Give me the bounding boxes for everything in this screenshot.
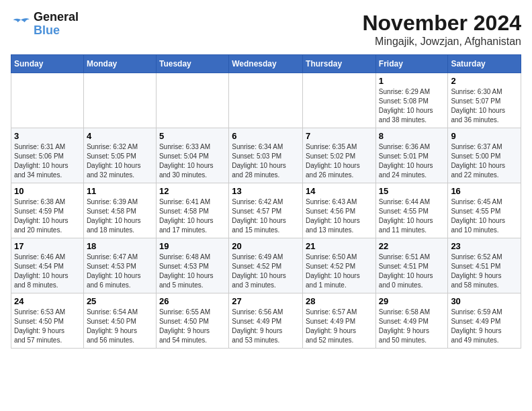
calendar-day-cell: 23Sunrise: 6:52 AM Sunset: 4:51 PM Dayli… [448, 238, 521, 293]
day-info: Sunrise: 6:45 AM Sunset: 4:55 PM Dayligh… [451, 197, 518, 235]
calendar-week-row: 24Sunrise: 6:53 AM Sunset: 4:50 PM Dayli… [11, 293, 521, 349]
logo-name: GeneralBlue [34, 11, 79, 38]
header-cell: Tuesday [156, 55, 228, 73]
day-info: Sunrise: 6:33 AM Sunset: 5:04 PM Dayligh… [159, 142, 226, 180]
header-cell: Saturday [448, 55, 521, 73]
calendar-day-cell: 11Sunrise: 6:39 AM Sunset: 4:58 PM Dayli… [83, 183, 156, 238]
calendar-body: 1Sunrise: 6:29 AM Sunset: 5:08 PM Daylig… [11, 73, 521, 349]
calendar-day-cell: 1Sunrise: 6:29 AM Sunset: 5:08 PM Daylig… [375, 73, 448, 128]
day-number: 20 [232, 241, 300, 251]
day-info: Sunrise: 6:47 AM Sunset: 4:53 PM Dayligh… [87, 253, 153, 290]
day-number: 11 [87, 186, 153, 196]
day-number: 29 [379, 296, 445, 306]
day-number: 15 [379, 186, 445, 196]
logo: GeneralBlue [11, 11, 79, 38]
header-cell: Wednesday [229, 55, 303, 73]
day-info: Sunrise: 6:29 AM Sunset: 5:08 PM Dayligh… [379, 87, 445, 125]
day-info: Sunrise: 6:54 AM Sunset: 4:50 PM Dayligh… [87, 308, 153, 345]
day-info: Sunrise: 6:57 AM Sunset: 4:49 PM Dayligh… [306, 308, 373, 345]
day-info: Sunrise: 6:56 AM Sunset: 4:49 PM Dayligh… [232, 308, 300, 345]
day-number: 25 [87, 296, 153, 306]
day-number: 27 [232, 296, 300, 306]
day-info: Sunrise: 6:39 AM Sunset: 4:58 PM Dayligh… [87, 197, 153, 235]
day-info: Sunrise: 6:58 AM Sunset: 4:49 PM Dayligh… [379, 308, 445, 345]
calendar-day-cell [229, 73, 303, 128]
day-number: 22 [379, 241, 445, 251]
calendar-day-cell: 7Sunrise: 6:35 AM Sunset: 5:02 PM Daylig… [303, 128, 376, 183]
day-info: Sunrise: 6:48 AM Sunset: 4:53 PM Dayligh… [159, 253, 226, 290]
day-number: 3 [14, 131, 81, 141]
day-number: 16 [451, 186, 518, 196]
day-number: 2 [451, 76, 518, 86]
calendar-week-row: 10Sunrise: 6:38 AM Sunset: 4:59 PM Dayli… [11, 183, 521, 238]
day-info: Sunrise: 6:32 AM Sunset: 5:05 PM Dayligh… [87, 142, 153, 180]
day-info: Sunrise: 6:30 AM Sunset: 5:07 PM Dayligh… [451, 87, 518, 125]
calendar-day-cell: 25Sunrise: 6:54 AM Sunset: 4:50 PM Dayli… [83, 293, 156, 349]
calendar-day-cell: 3Sunrise: 6:31 AM Sunset: 5:06 PM Daylig… [11, 128, 84, 183]
calendar-day-cell: 2Sunrise: 6:30 AM Sunset: 5:07 PM Daylig… [448, 73, 521, 128]
calendar-day-cell: 21Sunrise: 6:50 AM Sunset: 4:52 PM Dayli… [303, 238, 376, 293]
day-number: 7 [306, 131, 373, 141]
calendar-day-cell: 8Sunrise: 6:36 AM Sunset: 5:01 PM Daylig… [375, 128, 448, 183]
logo-icon [11, 17, 31, 31]
header-row: SundayMondayTuesdayWednesdayThursdayFrid… [11, 55, 521, 73]
day-number: 13 [232, 186, 300, 196]
day-info: Sunrise: 6:42 AM Sunset: 4:57 PM Dayligh… [232, 197, 300, 235]
day-number: 14 [306, 186, 373, 196]
day-number: 10 [14, 186, 81, 196]
day-number: 28 [306, 296, 373, 306]
calendar-day-cell: 15Sunrise: 6:44 AM Sunset: 4:55 PM Dayli… [375, 183, 448, 238]
header-cell: Monday [83, 55, 156, 73]
day-info: Sunrise: 6:31 AM Sunset: 5:06 PM Dayligh… [14, 142, 81, 180]
calendar-day-cell: 6Sunrise: 6:34 AM Sunset: 5:03 PM Daylig… [229, 128, 303, 183]
day-info: Sunrise: 6:38 AM Sunset: 4:59 PM Dayligh… [14, 197, 81, 235]
calendar-day-cell: 9Sunrise: 6:37 AM Sunset: 5:00 PM Daylig… [448, 128, 521, 183]
day-number: 8 [379, 131, 445, 141]
day-info: Sunrise: 6:35 AM Sunset: 5:02 PM Dayligh… [306, 142, 373, 180]
calendar-day-cell: 10Sunrise: 6:38 AM Sunset: 4:59 PM Dayli… [11, 183, 84, 238]
day-number: 17 [14, 241, 81, 251]
calendar-day-cell: 13Sunrise: 6:42 AM Sunset: 4:57 PM Dayli… [229, 183, 303, 238]
day-info: Sunrise: 6:52 AM Sunset: 4:51 PM Dayligh… [451, 253, 518, 290]
day-number: 30 [451, 296, 518, 306]
calendar-day-cell: 26Sunrise: 6:55 AM Sunset: 4:50 PM Dayli… [156, 293, 228, 349]
day-info: Sunrise: 6:50 AM Sunset: 4:52 PM Dayligh… [306, 253, 373, 290]
day-info: Sunrise: 6:46 AM Sunset: 4:54 PM Dayligh… [14, 253, 81, 290]
day-info: Sunrise: 6:49 AM Sunset: 4:52 PM Dayligh… [232, 253, 300, 290]
day-info: Sunrise: 6:37 AM Sunset: 5:00 PM Dayligh… [451, 142, 518, 180]
day-info: Sunrise: 6:34 AM Sunset: 5:03 PM Dayligh… [232, 142, 300, 180]
day-number: 24 [14, 296, 81, 306]
day-number: 26 [159, 296, 226, 306]
calendar-day-cell: 4Sunrise: 6:32 AM Sunset: 5:05 PM Daylig… [83, 128, 156, 183]
day-number: 4 [87, 131, 153, 141]
day-info: Sunrise: 6:36 AM Sunset: 5:01 PM Dayligh… [379, 142, 445, 180]
day-number: 1 [379, 76, 445, 86]
day-number: 12 [159, 186, 226, 196]
calendar-day-cell: 22Sunrise: 6:51 AM Sunset: 4:51 PM Dayli… [375, 238, 448, 293]
day-info: Sunrise: 6:43 AM Sunset: 4:56 PM Dayligh… [306, 197, 373, 235]
header-cell: Thursday [303, 55, 376, 73]
calendar-day-cell: 17Sunrise: 6:46 AM Sunset: 4:54 PM Dayli… [11, 238, 84, 293]
calendar-subtitle: Mingajik, Jowzjan, Afghanistan [362, 36, 521, 48]
title-section: November 2024 Mingajik, Jowzjan, Afghani… [362, 11, 521, 48]
calendar-day-cell [156, 73, 228, 128]
calendar-day-cell: 27Sunrise: 6:56 AM Sunset: 4:49 PM Dayli… [229, 293, 303, 349]
day-info: Sunrise: 6:55 AM Sunset: 4:50 PM Dayligh… [159, 308, 226, 345]
day-info: Sunrise: 6:51 AM Sunset: 4:51 PM Dayligh… [379, 253, 445, 290]
page-header: GeneralBlue November 2024 Mingajik, Jowz… [11, 11, 521, 48]
calendar-day-cell: 12Sunrise: 6:41 AM Sunset: 4:58 PM Dayli… [156, 183, 228, 238]
day-number: 21 [306, 241, 373, 251]
calendar-day-cell: 30Sunrise: 6:59 AM Sunset: 4:49 PM Dayli… [448, 293, 521, 349]
calendar-title: November 2024 [362, 11, 521, 36]
day-number: 9 [451, 131, 518, 141]
header-cell: Sunday [11, 55, 84, 73]
day-number: 5 [159, 131, 226, 141]
calendar-table: SundayMondayTuesdayWednesdayThursdayFrid… [11, 54, 521, 349]
calendar-week-row: 1Sunrise: 6:29 AM Sunset: 5:08 PM Daylig… [11, 73, 521, 128]
calendar-day-cell: 16Sunrise: 6:45 AM Sunset: 4:55 PM Dayli… [448, 183, 521, 238]
day-info: Sunrise: 6:59 AM Sunset: 4:49 PM Dayligh… [451, 308, 518, 345]
calendar-day-cell: 5Sunrise: 6:33 AM Sunset: 5:04 PM Daylig… [156, 128, 228, 183]
calendar-day-cell [11, 73, 84, 128]
day-info: Sunrise: 6:41 AM Sunset: 4:58 PM Dayligh… [159, 197, 226, 235]
day-number: 19 [159, 241, 226, 251]
